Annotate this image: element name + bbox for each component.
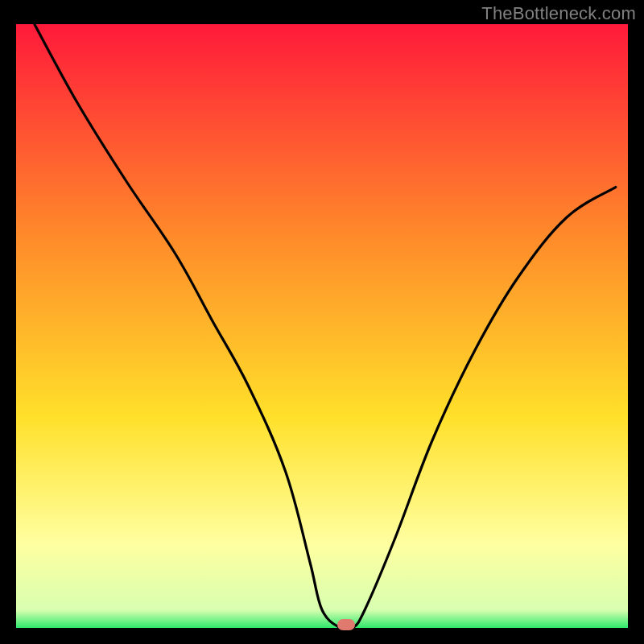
minimum-marker (337, 619, 355, 630)
watermark-text: TheBottleneck.com (481, 3, 636, 24)
gradient-background (16, 24, 628, 628)
bottleneck-chart (16, 24, 628, 628)
chart-container: TheBottleneck.com (0, 0, 644, 644)
